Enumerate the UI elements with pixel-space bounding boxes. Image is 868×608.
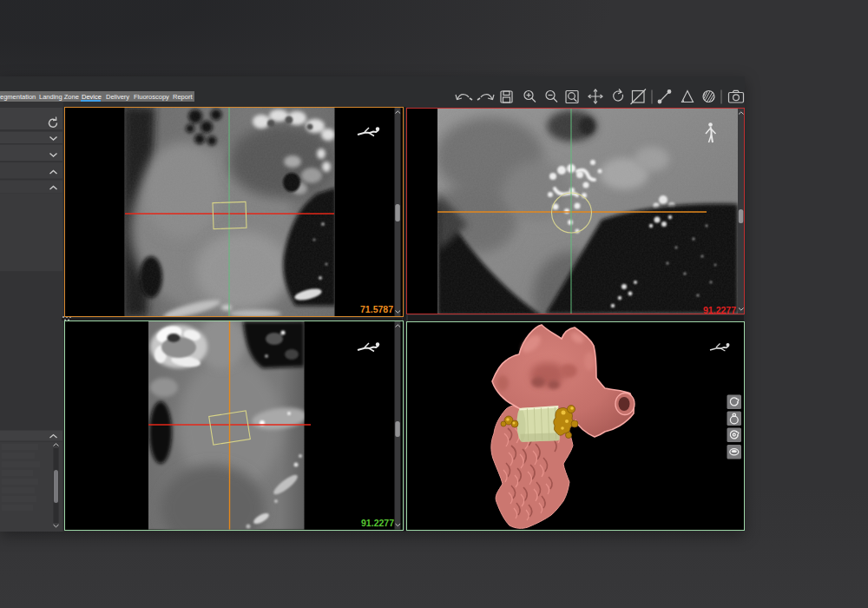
svg-text:91.2277: 91.2277 — [361, 518, 394, 528]
svg-text:71.5787: 71.5787 — [360, 304, 393, 314]
svg-text:91.2277: 91.2277 — [703, 305, 736, 314]
